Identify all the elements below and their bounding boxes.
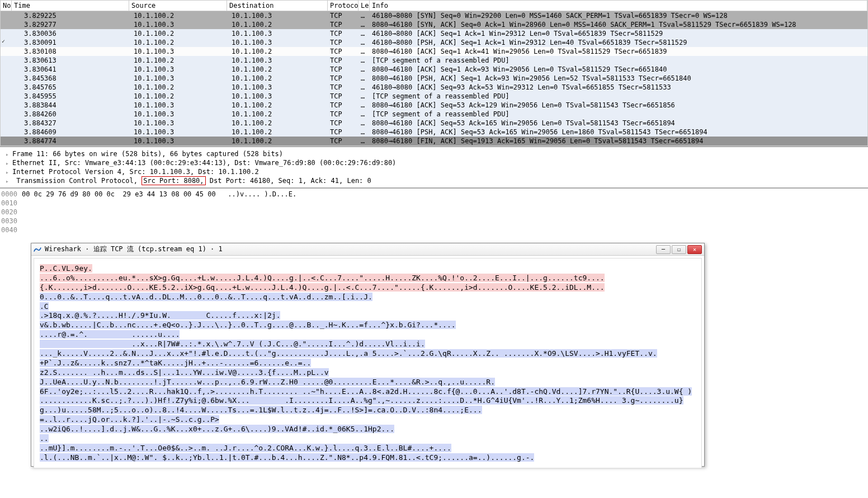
- dialog-titlebar[interactable]: Wireshark · 追踪 TCP 流 (tcp.stream eq 1) ·…: [31, 243, 704, 256]
- maximize-button[interactable]: ☐: [672, 245, 686, 254]
- detail-ip[interactable]: Internet Protocol Version 4, Src: 10.1.1…: [1, 167, 867, 176]
- packet-row[interactable]: 3.84536810.1.100.310.1.100.2TCP…8080→461…: [1, 74, 867, 83]
- col-length[interactable]: Le: [358, 1, 370, 11]
- col-protocol[interactable]: Protocol: [328, 1, 358, 11]
- packet-list-pane[interactable]: No Time Source Destination Protocol Le I…: [0, 0, 868, 146]
- packet-row[interactable]: 3.88460910.1.100.310.1.100.2TCP…8080→461…: [1, 128, 867, 137]
- row-len: …: [358, 83, 370, 92]
- stream-line: ....r@.=.^. ......u....: [40, 330, 696, 340]
- row-src: 10.1.100.3: [129, 110, 227, 119]
- detail-tcp-post: Dst Port: 46180, Seq: 1, Ack: 41, Len: 0: [206, 177, 371, 185]
- row-proto: TCP: [328, 83, 358, 92]
- row-len: …: [358, 11, 370, 20]
- row-src: 10.1.100.2: [129, 11, 227, 20]
- row-proto: TCP: [328, 65, 358, 74]
- row-dst: 10.1.100.2: [227, 128, 328, 137]
- detail-tcp-srcport: Src Port: 8080,: [141, 176, 205, 185]
- stream-text: P..C.VL.9ey.: [40, 264, 92, 273]
- row-src: 10.1.100.2: [129, 56, 227, 65]
- row-info: 8080→46180 [SYN, ACK] Seq=0 Ack=1 Win=28…: [370, 20, 867, 29]
- packet-bytes-pane[interactable]: 00000010002000300040 00 0c 29 76 d9 80 0…: [0, 187, 868, 236]
- packet-row[interactable]: 3.88477410.1.100.310.1.100.2TCP…8080→461…: [1, 137, 867, 145]
- stream-line: +P`.J..z&.....k..snz7..*^taK.....jH..+..…: [40, 359, 696, 368]
- detail-ethernet[interactable]: Ethernet II, Src: Vmware_e3:44:13 (00:0c…: [1, 158, 867, 167]
- packet-row[interactable]: ✓3.83009110.1.100.210.1.100.3TCP…46180→8…: [1, 38, 867, 47]
- row-time: 3.830108: [12, 47, 129, 56]
- col-info[interactable]: Info: [370, 1, 867, 11]
- col-source[interactable]: Source: [129, 1, 227, 11]
- hex-offset: 0020: [1, 208, 17, 217]
- minimize-button[interactable]: ─: [656, 245, 671, 254]
- stream-text: ..w2iQ6..!....].d..j.W&...G..%K...x0+...…: [40, 425, 394, 433]
- row-info: 8080→46180 [PSH, ACK] Seq=1 Ack=93 Win=2…: [370, 74, 867, 83]
- stream-line: v&.b.wb.....|C..b...nc....+.eQ<o..}.J...…: [40, 321, 696, 330]
- col-destination[interactable]: Destination: [227, 1, 328, 11]
- packet-row[interactable]: 3.82922510.1.100.210.1.100.3TCP…46180→80…: [1, 11, 867, 20]
- packet-row[interactable]: 3.83064110.1.100.310.1.100.2TCP…8080→461…: [1, 65, 867, 74]
- row-len: …: [358, 56, 370, 65]
- packet-row[interactable]: 3.88384410.1.100.310.1.100.2TCP…8080→461…: [1, 101, 867, 110]
- row-info: 8080→46180 [FIN, ACK] Seq=1913 Ack=165 W…: [370, 137, 867, 145]
- row-dst: 10.1.100.2: [227, 137, 328, 145]
- hex-offset: 0010: [1, 199, 17, 208]
- stream-line: 6F..'oy2e;..:...l5..2....R...hak1Q..f,.>…: [40, 387, 696, 397]
- stream-text: ............K.sc..;.?...).)Hf!.Z7y%i;@.6…: [40, 396, 683, 405]
- row-info: [TCP segment of a reassembled PDU]: [370, 56, 867, 65]
- stream-line: P..C.VL.9ey.: [40, 264, 696, 274]
- row-proto: TCP: [328, 38, 358, 47]
- row-dst: 10.1.100.2: [227, 65, 328, 74]
- packet-row[interactable]: 3.84595510.1.100.210.1.100.3TCP…[TCP seg…: [1, 92, 867, 101]
- row-info: [TCP segment of a reassembled PDU]: [370, 92, 867, 101]
- row-time: 3.884774: [12, 137, 129, 145]
- row-time: 3.829225: [12, 11, 129, 20]
- follow-tcp-stream-dialog[interactable]: Wireshark · 追踪 TCP 流 (tcp.stream eq 1) ·…: [31, 243, 705, 467]
- row-dst: 10.1.100.3: [227, 11, 328, 20]
- row-info: [TCP segment of a reassembled PDU]: [370, 110, 867, 119]
- row-dst: 10.1.100.3: [227, 29, 328, 38]
- row-dst: 10.1.100.3: [227, 83, 328, 92]
- row-src: 10.1.100.2: [129, 83, 227, 92]
- row-time: 3.830613: [12, 56, 129, 65]
- stream-line: z2.S....... ..h...m...ds..S|...1...YW...…: [40, 368, 696, 378]
- stream-line: ..: [40, 434, 696, 444]
- row-no: [1, 65, 12, 74]
- row-info: 8080→46180 [ACK] Seq=1 Ack=93 Win=29056 …: [370, 65, 867, 74]
- row-src: 10.1.100.2: [129, 92, 227, 101]
- row-proto: TCP: [328, 101, 358, 110]
- row-no: [1, 137, 12, 145]
- packet-row[interactable]: 3.83010810.1.100.310.1.100.2TCP…8080→461…: [1, 47, 867, 56]
- hex-line-0: 00 0c 29 76 d9 80 00 0c 29 e3 44 13 08 0…: [22, 190, 296, 199]
- detail-frame[interactable]: Frame 11: 66 bytes on wire (528 bits), 6…: [1, 149, 867, 158]
- dialog-title: Wireshark · 追踪 TCP 流 (tcp.stream eq 1) ·…: [45, 245, 656, 254]
- stream-line: 0...0..&..T....q...t.vA..d..DL..M...0...…: [40, 293, 696, 302]
- stream-content[interactable]: P..C.VL.9ey....6..o%..........eu.*...sX>…: [34, 258, 702, 468]
- row-no: [1, 128, 12, 137]
- packet-row[interactable]: 3.83003610.1.100.210.1.100.3TCP…46180→80…: [1, 29, 867, 38]
- stream-line: .>18q.x.@.%.?.....H!./.9*Iu.W. C.....f..…: [40, 311, 696, 321]
- stream-line: ..x...R|7W#..:.*.x.\.w^.7..V (.J.C...@."…: [40, 340, 696, 349]
- packet-row[interactable]: 3.88432710.1.100.310.1.100.2TCP…8080→461…: [1, 119, 867, 128]
- row-info: 8080→46180 [PSH, ACK] Seq=53 Ack=165 Win…: [370, 128, 867, 137]
- row-time: 3.845765: [12, 83, 129, 92]
- row-dst: 10.1.100.3: [227, 38, 328, 47]
- wireshark-icon: [34, 246, 41, 253]
- close-button[interactable]: ✕: [687, 245, 702, 254]
- packet-row[interactable]: 3.83061310.1.100.210.1.100.3TCP…[TCP seg…: [1, 56, 867, 65]
- detail-tcp[interactable]: Transmission Control Protocol, Src Port:…: [1, 176, 867, 185]
- row-len: …: [358, 128, 370, 137]
- stream-text: ....r@.=.^. ......u....: [40, 330, 180, 339]
- row-no: [1, 20, 12, 29]
- packet-row[interactable]: 3.84576510.1.100.210.1.100.3TCP…46180→80…: [1, 83, 867, 92]
- stream-text: J..UeA....U.y..N.b........!.jT......w...…: [40, 378, 495, 386]
- row-src: 10.1.100.3: [129, 65, 227, 74]
- row-src: 10.1.100.2: [129, 29, 227, 38]
- stream-text: ..: [40, 434, 49, 443]
- packet-details-pane[interactable]: Frame 11: 66 bytes on wire (528 bits), 6…: [0, 146, 868, 187]
- packet-row[interactable]: 3.88426010.1.100.310.1.100.2TCP…[TCP seg…: [1, 110, 867, 119]
- stream-text: 6F..'oy2e;..:...l5..2....R...hak1Q..f,.>…: [40, 387, 692, 396]
- col-time[interactable]: Time: [12, 1, 129, 11]
- hex-offsets: 00000010002000300040: [1, 190, 22, 234]
- packet-row[interactable]: 3.82927710.1.100.310.1.100.2TCP…8080→461…: [1, 20, 867, 29]
- dialog-window-buttons: ─ ☐ ✕: [656, 245, 702, 254]
- col-no[interactable]: No: [1, 1, 12, 11]
